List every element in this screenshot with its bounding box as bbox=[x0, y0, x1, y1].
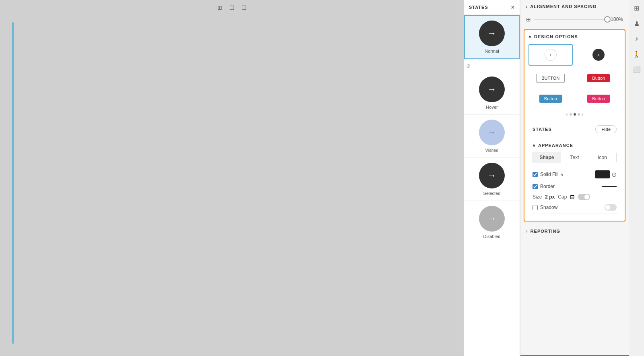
sidebar-icon-grid[interactable]: ⊞ bbox=[632, 3, 642, 13]
button-previews: › ‹ BUTTON Button Button Button bbox=[528, 44, 621, 107]
state-visited-circle: → bbox=[479, 120, 505, 145]
alignment-header[interactable]: › ALIGNMENT AND SPACING bbox=[520, 0, 629, 13]
appearance-chevron: ∨ bbox=[533, 143, 536, 148]
sidebar-icon-page[interactable]: ⬜ bbox=[632, 64, 642, 74]
state-normal-label: Normal bbox=[485, 49, 499, 54]
sidebar-icon-user[interactable]: ♟ bbox=[632, 19, 642, 28]
carousel-prev[interactable]: ‹ bbox=[566, 112, 568, 117]
state-disabled-label: Disabled bbox=[483, 234, 501, 239]
states-panel: STATES × → Normal ⌀ → Hover → Visited → … bbox=[464, 0, 520, 356]
sidebar-icon-person[interactable]: 🚶 bbox=[632, 49, 642, 59]
solid-fill-text: Solid Fill bbox=[540, 172, 558, 177]
appearance-tabs: Shape Text Icon bbox=[533, 152, 617, 163]
frame-icon-2[interactable]: ☐ bbox=[239, 3, 248, 12]
frame-icon[interactable]: ☐ bbox=[227, 3, 236, 12]
states-close-button[interactable]: × bbox=[511, 4, 515, 10]
size-label: Size bbox=[533, 194, 542, 200]
shadow-text: Shadow bbox=[540, 205, 557, 210]
cap-icon: ⊟ bbox=[570, 194, 575, 200]
state-normal-circle: → bbox=[479, 21, 505, 46]
btn-preview-circle-dark[interactable]: ‹ bbox=[577, 44, 621, 66]
mini-teal-btn: Button bbox=[539, 95, 562, 103]
solid-fill-checkbox[interactable] bbox=[533, 172, 538, 177]
right-sidebar: ⊞ ♟ ♪ 🚶 ⬜ bbox=[629, 0, 644, 356]
btn-preview-outlined[interactable]: BUTTON bbox=[528, 70, 573, 87]
border-toggle[interactable] bbox=[578, 194, 590, 200]
shadow-row: Shadow bbox=[533, 202, 617, 213]
btn-preview-teal[interactable]: Button bbox=[528, 91, 573, 107]
state-hover-circle: → bbox=[479, 77, 505, 102]
widget-frame: Title for accordion widget Lorem ipsum d… bbox=[12, 22, 14, 344]
size-row: Size 2 px Cap ⊟ bbox=[533, 192, 617, 202]
shadow-checkbox[interactable] bbox=[533, 205, 538, 210]
mini-circle-right-btn: › bbox=[545, 49, 557, 61]
carousel-dot-3[interactable] bbox=[578, 113, 580, 116]
state-selected-label: Selected bbox=[483, 191, 501, 196]
appearance-label: APPEARANCE bbox=[538, 143, 573, 148]
alignment-label: ALIGNMENT AND SPACING bbox=[530, 4, 597, 9]
reporting-label: REPORTING bbox=[530, 229, 560, 234]
states-sub-label: STATES bbox=[533, 127, 552, 132]
solid-fill-row: Solid Fill ∨ ⊙ bbox=[533, 168, 617, 181]
alignment-section: › ALIGNMENT AND SPACING ⊞ 100% bbox=[520, 0, 629, 26]
border-row: Border bbox=[533, 181, 617, 192]
hide-button[interactable]: Hide bbox=[595, 125, 617, 133]
state-hover[interactable]: → Hover bbox=[464, 72, 520, 115]
state-visited[interactable]: → Visited bbox=[464, 115, 520, 158]
appearance-section: ∨ APPEARANCE Shape Text Icon Solid Fill … bbox=[528, 140, 621, 217]
zoom-icon: ⊞ bbox=[526, 16, 531, 23]
top-toolbar: ⊞ ☐ ☐ bbox=[215, 3, 248, 12]
alignment-chevron: › bbox=[526, 4, 528, 9]
mini-outlined-btn: BUTTON bbox=[536, 74, 565, 83]
size-value: 2 px bbox=[545, 194, 555, 200]
state-disabled[interactable]: → Disabled bbox=[464, 201, 520, 244]
states-title: STATES bbox=[469, 5, 488, 10]
state-selected[interactable]: → Selected bbox=[464, 158, 520, 201]
properties-panel: › ALIGNMENT AND SPACING ⊞ 100% ∨ DESIGN … bbox=[520, 0, 629, 356]
border-checkbox[interactable] bbox=[533, 184, 538, 189]
state-hover-label: Hover bbox=[486, 105, 497, 110]
appearance-header[interactable]: ∨ APPEARANCE bbox=[533, 143, 617, 148]
states-sub-panel: STATES Hide bbox=[528, 122, 621, 137]
reporting-section[interactable]: › REPORTING bbox=[520, 225, 629, 238]
mini-circle-dark-btn: ‹ bbox=[592, 49, 605, 61]
state-normal[interactable]: → Normal bbox=[464, 15, 520, 59]
tab-icon[interactable]: Icon bbox=[588, 152, 616, 163]
cap-label: Cap bbox=[558, 194, 567, 200]
link-between-states: ⌀ bbox=[464, 59, 520, 72]
solid-fill-label: Solid Fill ∨ bbox=[533, 172, 564, 177]
design-options-panel: ∨ DESIGN OPTIONS › ‹ BUTTON Button Butto… bbox=[524, 29, 625, 221]
carousel-dots: ‹ › bbox=[528, 112, 621, 117]
state-disabled-circle: → bbox=[479, 206, 505, 232]
btn-preview-red[interactable]: Button bbox=[577, 70, 621, 87]
states-header: STATES × bbox=[464, 0, 520, 15]
mini-pink-btn: Button bbox=[587, 95, 610, 103]
solid-fill-dropdown[interactable]: ∨ bbox=[561, 172, 564, 177]
design-options-header[interactable]: ∨ DESIGN OPTIONS bbox=[528, 34, 621, 39]
reporting-chevron: › bbox=[526, 229, 528, 234]
carousel-next[interactable]: › bbox=[582, 112, 583, 117]
tab-text[interactable]: Text bbox=[561, 152, 588, 163]
btn-preview-pink[interactable]: Button bbox=[577, 91, 621, 107]
border-text: Border bbox=[540, 184, 555, 189]
border-color-swatch[interactable] bbox=[602, 186, 617, 187]
btn-preview-circle-right[interactable]: › bbox=[528, 44, 573, 66]
solid-fill-color-swatch[interactable] bbox=[595, 170, 610, 178]
shadow-toggle[interactable] bbox=[605, 204, 617, 211]
mini-red-btn: Button bbox=[587, 74, 610, 82]
link-icon[interactable]: ⊞ bbox=[215, 3, 224, 12]
zoom-value: 100% bbox=[611, 17, 623, 22]
shadow-label: Shadow bbox=[533, 205, 557, 210]
sidebar-icon-music[interactable]: ♪ bbox=[632, 34, 642, 43]
zoom-row: ⊞ 100% bbox=[520, 13, 629, 26]
border-label: Border bbox=[533, 184, 555, 189]
carousel-dot-1[interactable] bbox=[570, 113, 572, 116]
design-options-chevron: ∨ bbox=[528, 35, 532, 39]
state-selected-circle: → bbox=[479, 163, 505, 188]
solid-fill-toggle[interactable]: ⊙ bbox=[611, 171, 617, 178]
state-visited-label: Visited bbox=[485, 148, 499, 153]
design-options-label: DESIGN OPTIONS bbox=[534, 34, 578, 39]
tab-shape[interactable]: Shape bbox=[533, 152, 561, 163]
carousel-dot-2[interactable] bbox=[574, 113, 576, 116]
